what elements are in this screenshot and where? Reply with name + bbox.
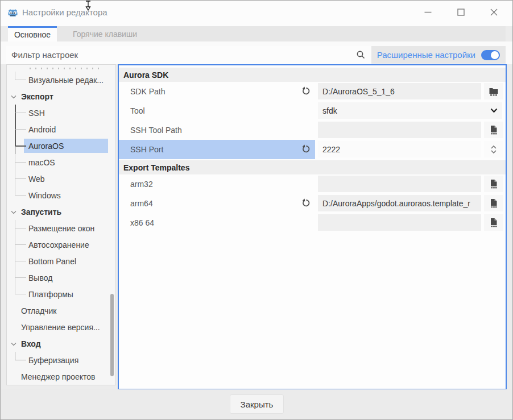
property-row-arm64: arm64 D:/AuroraApps/godot.auroraos.templ… [119, 194, 506, 213]
advanced-settings-toggle[interactable] [481, 50, 500, 60]
file-picker-button[interactable] [484, 214, 503, 231]
folder-picker-button[interactable] [484, 83, 503, 99]
tab-shortcuts-label: Горячие клавиши [73, 30, 137, 39]
advanced-settings-wrap: Расширенные настройки [371, 46, 506, 64]
window-controls [419, 4, 502, 20]
property-label: arm32 [130, 174, 153, 194]
godot-logo-icon [7, 7, 18, 18]
tree-item-buffering[interactable]: Буферизация [7, 352, 115, 368]
tree-item-input[interactable]: Вход [7, 335, 115, 352]
arm64-field[interactable]: D:/AuroraApps/godot.auroraos.template_r [318, 195, 481, 211]
file-picker-button[interactable] [484, 122, 503, 138]
property-row-tool: Tool sfdk [119, 101, 506, 120]
tree-item-web[interactable]: Web [7, 171, 115, 187]
tree-item-auto-save[interactable]: Автосохранение [7, 236, 115, 253]
tab-general[interactable]: Основное [8, 26, 57, 41]
property-label: Tool [130, 101, 145, 120]
revert-icon[interactable] [301, 86, 311, 96]
tree-item-debugger[interactable]: Отладчик [7, 302, 115, 319]
filter-settings-input[interactable] [6, 46, 371, 64]
spinner-updown-icon[interactable] [484, 141, 503, 157]
property-row-ssh-port: SSH Port 2222 [119, 140, 506, 159]
mouse-cursor [84, 1, 94, 12]
tree-item-project-manager[interactable]: Менеджер проектов [7, 368, 115, 385]
filter-settings-field[interactable] [6, 46, 371, 64]
tree-item-auroraos[interactable]: AuroraOS [7, 138, 115, 154]
file-picker-button[interactable] [484, 195, 503, 211]
close-dialog-button[interactable]: Закрыть [230, 394, 284, 414]
arm32-field[interactable] [318, 176, 481, 192]
section-header-aurora-sdk: Aurora SDK [119, 68, 506, 82]
tab-shortcuts[interactable]: Горячие клавиши [57, 26, 153, 41]
footer-bar: Закрыть [1, 389, 512, 419]
x86-64-field[interactable] [318, 214, 481, 231]
property-label: SDK Path [130, 82, 165, 101]
search-icon [356, 50, 366, 60]
window-title: Настройки редактора [22, 1, 107, 24]
chevron-down-icon [490, 108, 498, 113]
maximize-button[interactable] [452, 4, 469, 20]
tree-item-platforms[interactable]: Платформы [7, 286, 115, 302]
minimize-button[interactable] [419, 4, 436, 20]
property-row-x86-64: x86 64 [119, 213, 506, 232]
file-picker-button[interactable] [484, 176, 503, 192]
advanced-settings-label: Расширенные настройки [377, 50, 475, 60]
titlebar[interactable]: Настройки редактора [1, 1, 512, 26]
toggle-knob [491, 51, 499, 59]
chevron-down-icon [11, 95, 16, 99]
ssh-port-field[interactable]: 2222 [318, 141, 481, 157]
tree-item-visual-editors[interactable]: Визуальные редак... [7, 72, 115, 88]
property-row-sdk-path: SDK Path D:/AuroraOS_5_1_6 [119, 82, 506, 101]
property-label: arm64 [130, 194, 153, 213]
tab-bar: Основное Горячие клавиши [8, 26, 506, 41]
tree-item-macos[interactable]: macOS [7, 154, 115, 171]
revert-icon[interactable] [301, 198, 311, 208]
sidebar-scrollbar-thumb[interactable] [110, 294, 114, 376]
settings-tree: Визуальные редак... Экспорт SSH Android … [6, 64, 116, 385]
tree-item-android[interactable]: Android [7, 121, 115, 138]
filter-band: Расширенные настройки [1, 41, 512, 64]
tree-item-output[interactable]: Вывод [7, 269, 115, 286]
chevron-down-icon [11, 210, 16, 214]
tree-item-windows[interactable]: Windows [7, 187, 115, 203]
content-area: Визуальные редак... Экспорт SSH Android … [1, 64, 512, 389]
tree-item-run[interactable]: Запустить [7, 203, 115, 220]
close-button[interactable] [485, 4, 502, 20]
tree-item-version-control[interactable]: Управление версия... [7, 319, 115, 335]
property-row-arm32: arm32 [119, 174, 506, 194]
tree-item-clipped [7, 65, 115, 72]
tree-item-bottom-panel[interactable]: Bottom Panel [7, 253, 115, 269]
section-header-export-templates: Export Tempaltes [119, 160, 506, 174]
ssh-tool-path-field[interactable] [318, 122, 481, 138]
tree-item-ssh[interactable]: SSH [7, 105, 115, 121]
settings-panel: Aurora SDK SDK Path D:/AuroraOS_5_1_6 [118, 64, 507, 390]
tree-item-window-placement[interactable]: Размещение окон [7, 220, 115, 236]
tree-item-export[interactable]: Экспорт [7, 88, 115, 105]
property-label: SSH Tool Path [130, 120, 182, 140]
sdk-path-field[interactable]: D:/AuroraOS_5_1_6 [318, 83, 481, 99]
property-row-ssh-tool-path: SSH Tool Path [119, 120, 506, 140]
revert-icon[interactable] [301, 144, 311, 154]
tool-dropdown[interactable]: sfdk [318, 102, 502, 119]
tab-general-label: Основное [14, 30, 51, 39]
property-label: SSH Port [130, 140, 163, 159]
property-label: x86 64 [130, 213, 154, 232]
editor-settings-window: Настройки редактора Основное Горячие кла… [0, 0, 513, 420]
chevron-down-icon [11, 342, 16, 346]
